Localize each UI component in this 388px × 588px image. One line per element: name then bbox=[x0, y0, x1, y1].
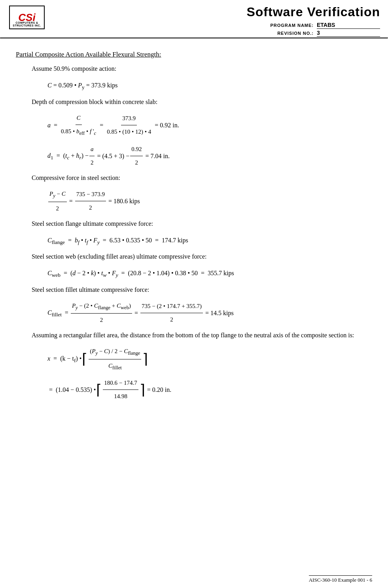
c-fillet-values-fraction: 735 − (2 • 174.7 + 355.7) 2 bbox=[140, 300, 203, 326]
page-footer: AISC-360-10 Example 001 - 6 bbox=[309, 575, 372, 583]
program-name-row: PROGRAM NAME: ETABS bbox=[270, 22, 380, 29]
header-right: Software Verification PROGRAM NAME: ETAB… bbox=[51, 3, 380, 38]
a-fraction: C 0.85 • beff • f 'c bbox=[60, 112, 97, 139]
revision-label: REVISION NO.: bbox=[277, 31, 314, 36]
x-values-fraction: 180.6 − 174.7 14.98 bbox=[103, 376, 138, 403]
c-web-equation: Cweb = (d − 2 • k) • tw • Fy = (20.8 − 2… bbox=[47, 266, 372, 281]
py-c-values-fraction: 735 − 373.9 2 bbox=[75, 188, 106, 214]
page-header: CSi COMPUTERS & STRUCTURES INC. Software… bbox=[0, 0, 388, 38]
depth-compression-text: Depth of compression block within concre… bbox=[32, 97, 372, 107]
main-content: Partial Composite Action Available Flexu… bbox=[0, 39, 388, 419]
x-inner-fraction: (Py − C) / 2 − Cflange Cfillet bbox=[89, 345, 141, 373]
a-fraction-num: 373.9 0.85 • (10 • 12) • 4 bbox=[106, 112, 152, 138]
x-equation-line1: x = (k − tf) • ⌈ (Py − C) / 2 − Cflange … bbox=[47, 345, 372, 373]
c-var: C = 0.509 • Py = 373.9 kips bbox=[47, 78, 117, 93]
c-fillet-equation: Cfillet = Py − (2 • Cflange + Cweb) 2 = … bbox=[47, 299, 372, 327]
d1-092-over-2: 0.92 2 bbox=[130, 143, 143, 169]
c-flange-line: Cflange = bf • tf • Fy = 6.53 • 0.535 • … bbox=[47, 233, 372, 248]
py-c-equation: Py − C 2 = 735 − 373.9 2 = 180.6 kips bbox=[47, 187, 372, 215]
flange-force-text: Steel section flange ultimate compressiv… bbox=[32, 219, 372, 229]
x-equation-line2: = (1.04 − 0.535) • ⌈ 180.6 − 174.7 14.98… bbox=[47, 376, 372, 403]
left-ceiling-bracket: ⌈ bbox=[82, 352, 87, 366]
c-web-line: Cweb = (d − 2 • k) • tw • Fy = (20.8 − 2… bbox=[47, 266, 372, 281]
compressive-force-text: Compressive force in steel section: bbox=[32, 173, 372, 183]
py-c-line: Py − C 2 = 735 − 373.9 2 = 180.6 kips bbox=[47, 187, 372, 215]
c-equation: C = 0.509 • Py = 373.9 kips bbox=[47, 78, 372, 93]
assuming-rect-fillet-text: Assuming a rectangular fillet area, the … bbox=[32, 331, 372, 340]
logo: CSi COMPUTERS & STRUCTURES INC. bbox=[9, 6, 45, 29]
page-title: Software Verification bbox=[246, 5, 380, 19]
footer-divider bbox=[309, 575, 372, 576]
logo-subtext: COMPUTERS & STRUCTURES INC. bbox=[11, 21, 43, 27]
left-ceiling-bracket2: ⌈ bbox=[96, 383, 102, 397]
c-equation-line: C = 0.509 • Py = 373.9 kips bbox=[47, 78, 372, 93]
fillet-force-text: Steel section fillet ultimate compressiv… bbox=[32, 285, 372, 295]
revision-value: 3 bbox=[317, 30, 380, 37]
web-force-text: Steel section web (excluding fillet area… bbox=[32, 252, 372, 261]
right-ceiling-bracket2: ⌉ bbox=[140, 383, 145, 397]
revision-row: REVISION NO.: 3 bbox=[277, 30, 380, 37]
d1-equation: d1 = (tc + hr) − a 2 = (4.5 + 3) − 0.92 … bbox=[47, 143, 372, 169]
x-equation: x = (k − tf) • ⌈ (Py − C) / 2 − Cflange … bbox=[47, 345, 372, 403]
right-ceiling-bracket: ⌉ bbox=[142, 352, 148, 366]
section-title: Partial Composite Action Available Flexu… bbox=[16, 51, 372, 59]
d1-equation-line: d1 = (tc + hr) − a 2 = (4.5 + 3) − 0.92 … bbox=[47, 143, 372, 169]
c-fillet-fraction: Py − (2 • Cflange + Cweb) 2 bbox=[71, 299, 132, 327]
footer-text: AISC-360-10 Example 001 - 6 bbox=[309, 577, 372, 583]
a-equation-line: a = C 0.85 • beff • f 'c = 373.9 0.85 • … bbox=[47, 112, 372, 139]
c-fillet-line: Cfillet = Py − (2 • Cflange + Cweb) 2 = … bbox=[47, 299, 372, 327]
program-name-value: ETABS bbox=[317, 22, 380, 29]
a-equation: a = C 0.85 • beff • f 'c = 373.9 0.85 • … bbox=[47, 112, 372, 139]
c-flange-equation: Cflange = bf • tf • Fy = 6.53 • 0.535 • … bbox=[47, 233, 372, 248]
py-c-fraction: Py − C 2 bbox=[48, 187, 67, 215]
program-name-label: PROGRAM NAME: bbox=[270, 23, 314, 28]
d1-a-over-2: a 2 bbox=[89, 143, 95, 169]
program-info: PROGRAM NAME: ETABS REVISION NO.: 3 bbox=[270, 22, 380, 38]
assume-composite-text: Assume 50.9% composite action: bbox=[32, 64, 372, 74]
logo-area: CSi COMPUTERS & STRUCTURES INC. bbox=[3, 3, 51, 32]
